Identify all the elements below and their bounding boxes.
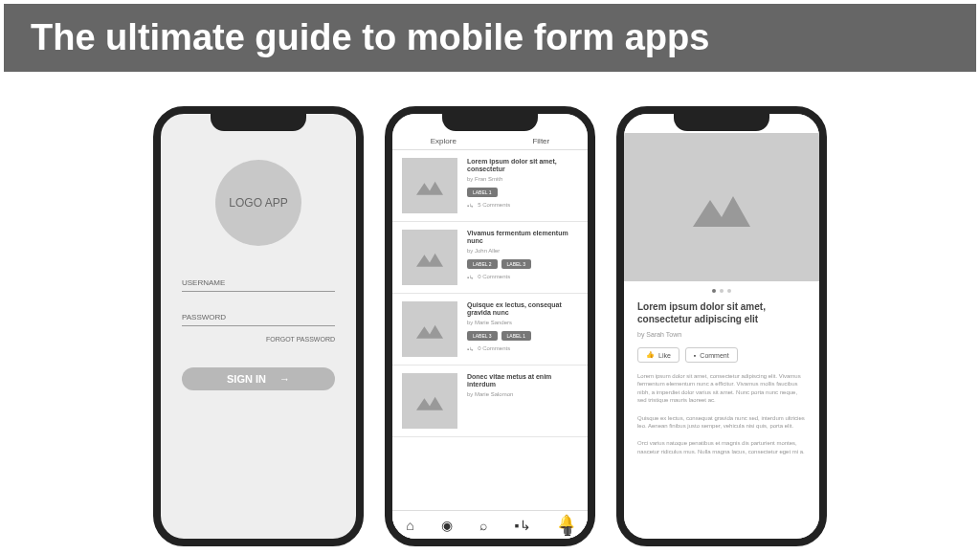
comment-icon: ▪↳	[467, 345, 474, 352]
carousel-dots[interactable]	[624, 289, 819, 293]
password-label: PASSWORD	[182, 313, 226, 321]
card-title: Vivamus fermentum elementum nunc	[467, 230, 578, 246]
image-placeholder-icon	[402, 230, 457, 285]
comment-count: 0 Comments	[478, 345, 510, 351]
username-field[interactable]: USERNAME	[182, 278, 335, 292]
image-placeholder-icon	[402, 158, 457, 213]
comment-button[interactable]: ▪Comment	[685, 347, 738, 363]
banner-title: The ultimate guide to mobile form apps	[31, 17, 709, 57]
article-paragraph: Quisque ex lectus, consequat gravida nun…	[637, 414, 806, 431]
svg-marker-3	[416, 397, 443, 410]
tag-label[interactable]: LABEL 1	[501, 331, 532, 341]
logo-circle: LOGO APP	[215, 160, 301, 246]
dot-icon[interactable]	[712, 289, 716, 293]
article-author: by Sarah Town	[637, 331, 806, 338]
card-title: Lorem ipsum dolor sit amet, consectetur	[467, 158, 578, 174]
compass-icon[interactable]: ◉	[441, 518, 453, 533]
forgot-password-link[interactable]: FORGOT PASSWORD	[182, 336, 335, 343]
image-placeholder-icon	[402, 373, 457, 429]
tag-label[interactable]: LABEL 1	[467, 188, 498, 197]
card-title: Quisque ex lectus, consequat gravida nun…	[467, 301, 578, 318]
speech-icon: ▪	[694, 352, 696, 359]
svg-marker-0	[416, 182, 443, 195]
tab-explore[interactable]: Explore	[431, 137, 457, 145]
comment-count: 0 Comments	[478, 274, 510, 279]
phone-feed: Explore Filter Lorem ipsum dolor sit ame…	[385, 106, 595, 546]
article-paragraph: Lorem ipsum dolor sit amet, consectetur …	[637, 372, 806, 405]
hero-image-placeholder	[624, 133, 819, 281]
dot-icon[interactable]	[720, 289, 724, 293]
signin-button[interactable]: SIGN IN →	[182, 367, 335, 390]
home-icon[interactable]: ⌂	[406, 518, 413, 533]
svg-marker-1	[416, 254, 443, 267]
svg-marker-2	[416, 325, 443, 339]
dot-icon[interactable]	[727, 289, 731, 293]
phone-login: LOGO APP USERNAME PASSWORD FORGOT PASSWO…	[153, 106, 364, 546]
messages-icon[interactable]: ▪↳	[515, 518, 531, 533]
feed-list: Lorem ipsum dolor sit amet, consectetur …	[392, 150, 588, 514]
phone-article: Lorem ipsum dolor sit amet, consectetur …	[616, 106, 827, 546]
page-banner: The ultimate guide to mobile form apps	[4, 4, 976, 72]
svg-marker-4	[693, 196, 750, 227]
username-label: USERNAME	[182, 278, 225, 287]
tag-label[interactable]: LABEL 3	[501, 259, 532, 269]
tab-filter[interactable]: Filter	[532, 137, 549, 145]
logo-text: LOGO APP	[229, 196, 287, 210]
card-author: by Fran Smith	[467, 176, 578, 182]
card-title: Donec vitae metus at enim interdum	[467, 373, 578, 389]
tag-label[interactable]: LABEL 2	[467, 259, 498, 269]
tag-label[interactable]: LABEL 3	[467, 331, 498, 341]
password-field[interactable]: PASSWORD	[182, 313, 335, 326]
phone-notch	[442, 114, 538, 131]
notification-badge: 1	[564, 527, 571, 535]
arrow-right-icon: →	[279, 373, 290, 385]
comment-count: 5 Comments	[478, 202, 510, 208]
article-paragraph: Orci varius natoque penatibus et magnis …	[637, 439, 806, 455]
list-item[interactable]: Donec vitae metus at enim interdum by Ma…	[392, 366, 588, 437]
phones-row: LOGO APP USERNAME PASSWORD FORGOT PASSWO…	[0, 106, 980, 546]
phone-notch	[674, 114, 769, 131]
card-author: by Marie Salomon	[467, 391, 578, 397]
feed-topbar: Explore Filter	[392, 133, 588, 150]
search-icon[interactable]: ⌕	[479, 518, 487, 533]
signin-label: SIGN IN	[227, 373, 266, 385]
comment-icon: ▪↳	[467, 274, 474, 280]
card-author: by Marie Sanders	[467, 320, 578, 325]
list-item[interactable]: Lorem ipsum dolor sit amet, consectetur …	[392, 150, 588, 222]
card-author: by John Aller	[467, 248, 578, 254]
thumbs-up-icon: 👍	[646, 351, 655, 359]
like-button[interactable]: 👍Like	[637, 347, 679, 363]
image-placeholder-icon	[402, 301, 457, 357]
bell-icon[interactable]: 🔔1	[558, 514, 574, 537]
phone-notch	[211, 114, 306, 131]
comment-icon: ▪↳	[467, 202, 474, 209]
list-item[interactable]: Quisque ex lectus, consequat gravida nun…	[392, 294, 588, 366]
list-item[interactable]: Vivamus fermentum elementum nunc by John…	[392, 222, 588, 294]
article-title: Lorem ipsum dolor sit amet, consectetur …	[637, 300, 806, 325]
bottom-navbar: ⌂ ◉ ⌕ ▪↳ 🔔1	[392, 510, 588, 539]
